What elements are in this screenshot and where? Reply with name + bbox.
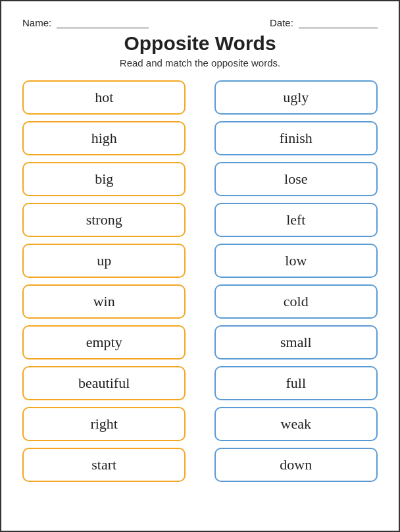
name-label-text: Name:	[22, 17, 51, 28]
name-line	[57, 28, 149, 28]
right-word-box: finish	[214, 121, 378, 155]
right-word-box: left	[214, 203, 378, 237]
right-word-box: ugly	[214, 80, 378, 115]
words-container: hothighbigstrongupwinemptybeautifulright…	[22, 80, 378, 515]
left-word-box: hot	[22, 80, 186, 115]
page-subtitle: Read and match the opposite words.	[120, 57, 280, 68]
left-word-box: empty	[22, 325, 186, 359]
left-word-box: start	[22, 448, 186, 482]
left-word-box: big	[22, 162, 186, 196]
left-word-box: right	[22, 407, 186, 441]
right-column: uglyfinishloseleftlowcoldsmallfullweakdo…	[214, 80, 378, 482]
left-word-box: strong	[22, 203, 186, 237]
header-row: Name: Date:	[22, 17, 378, 28]
left-word-box: win	[22, 284, 186, 319]
name-label: Name:	[22, 17, 149, 28]
left-word-box: beautiful	[22, 366, 186, 400]
right-word-box: cold	[214, 284, 378, 319]
right-word-box: lose	[214, 162, 378, 196]
left-column: hothighbigstrongupwinemptybeautifulright…	[22, 80, 186, 482]
right-word-box: small	[214, 325, 378, 359]
page-title: Opposite Words	[124, 32, 276, 55]
left-word-box: high	[22, 121, 186, 155]
right-word-box: weak	[214, 407, 378, 441]
right-word-box: down	[214, 448, 378, 482]
worksheet-page: Name: Date: Opposite Words Read and matc…	[0, 0, 400, 532]
right-word-box: low	[214, 244, 378, 278]
left-word-box: up	[22, 244, 186, 278]
date-label-text: Date:	[270, 17, 293, 28]
date-label: Date:	[270, 17, 378, 28]
date-line	[299, 28, 378, 28]
right-word-box: full	[214, 366, 378, 400]
